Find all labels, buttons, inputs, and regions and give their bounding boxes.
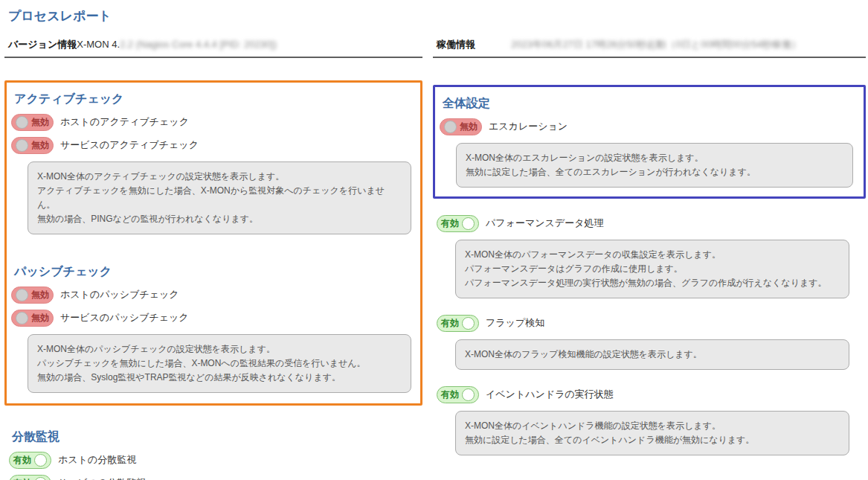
description-line: パフォーマンスデータはグラフの作成に使用します。 xyxy=(465,262,840,276)
description-line: 無効に設定した場合、全てのエスカレーションが行われなくなります。 xyxy=(466,165,843,179)
toggle-label: サービスのパッシブチェック xyxy=(60,311,189,324)
toggle-row: 有効 イベントハンドラの実行状態 xyxy=(437,385,866,403)
right-column: 稼働情報 2023年06月27日 17時26分50秒起動（0日と00時間00分5… xyxy=(433,36,866,455)
section-title-global-settings: 全体設定 xyxy=(443,96,858,112)
toggle-state-label: 有効 xyxy=(13,477,31,480)
uptime-info-label: 稼働情報 xyxy=(437,38,475,51)
description-box: X-MON全体のパッシブチェックの設定状態を表示します。 パッシブチェックを無効… xyxy=(28,334,411,393)
description-line: X-MON全体のエスカレーションの設定状態を表示します。 xyxy=(466,151,843,165)
page-title: プロセスレポート xyxy=(8,7,864,25)
toggle-state-label: 無効 xyxy=(31,312,49,324)
section-distributed-monitoring: 分散監視 有効 ホストの分散監視 有効 サービスの分散監視 X-MON全体の分散… xyxy=(4,429,422,480)
toggle-label: サービスのアクティブチェック xyxy=(60,138,199,152)
toggle-knob-icon xyxy=(16,312,28,324)
toggle-label: フラップ検知 xyxy=(486,316,544,330)
toggle-knob-icon xyxy=(462,217,475,230)
description-line: 無効の場合、PINGなどの監視が行われなくなります。 xyxy=(37,212,402,226)
toggle-row: 有効 フラップ検知 xyxy=(437,314,866,332)
toggle-flap-detection[interactable]: 有効 xyxy=(437,315,479,332)
version-info-value: X-MON 4. xyxy=(77,39,120,50)
version-info-label: バージョン情報 xyxy=(8,38,77,51)
main-columns: バージョン情報 X-MON 4. 2.2 (Nagios Core 4.4.4 … xyxy=(4,36,864,480)
toggle-escalation[interactable]: 無効 xyxy=(440,118,482,135)
section-global-settings: 全体設定 無効 エスカレーション X-MON全体のエスカレーションの設定状態を表… xyxy=(440,96,858,188)
description-box: X-MON全体のイベントハンドラ機能の設定状態を表示します。 無効に設定した場合… xyxy=(455,411,849,455)
section-title-distributed-monitoring: 分散監視 xyxy=(12,429,422,445)
toggle-label: サービスの分散監視 xyxy=(58,476,146,480)
toggle-row: 有効 ホストの分散監視 xyxy=(9,451,422,469)
toggle-knob-icon xyxy=(462,388,475,401)
toggle-state-label: 無効 xyxy=(460,121,478,133)
toggle-host-distributed-monitoring[interactable]: 有効 xyxy=(9,452,51,469)
toggle-host-active-check[interactable]: 無効 xyxy=(11,114,54,131)
section-passive-check: パッシブチェック 無効 ホストのパッシブチェック 無効 サービスのパッシブチェッ… xyxy=(11,264,414,393)
toggle-knob-icon xyxy=(16,289,28,301)
toggle-event-handler-execution[interactable]: 有効 xyxy=(437,386,479,403)
toggle-row: 無効 サービスのアクティブチェック xyxy=(11,136,414,154)
toggle-label: ホストの分散監視 xyxy=(58,453,136,467)
toggle-host-passive-check[interactable]: 無効 xyxy=(11,287,54,304)
uptime-info-row: 稼働情報 2023年06月27日 17時26分50秒起動（0日と00時間00分5… xyxy=(433,36,866,58)
left-column: バージョン情報 X-MON 4. 2.2 (Nagios Core 4.4.4 … xyxy=(4,36,422,480)
toggle-knob-icon xyxy=(444,121,457,133)
group-performance-data: 有効 パフォーマンスデータ処理 X-MON全体のパフォーマンスデータの収集設定を… xyxy=(433,214,866,298)
toggle-row: 無効 エスカレーション xyxy=(440,118,858,135)
section-title-active-check: アクティブチェック xyxy=(14,92,414,107)
description-box: X-MON全体のエスカレーションの設定状態を表示します。 無効に設定した場合、全… xyxy=(456,143,853,188)
description-line: X-MON全体のパッシブチェックの設定状態を表示します。 xyxy=(37,342,402,356)
description-line: X-MON全体のイベントハンドラ機能の設定状態を表示します。 xyxy=(465,419,840,433)
description-line: X-MON全体のパフォーマンスデータの収集設定を表示します。 xyxy=(465,248,840,262)
toggle-row: 無効 サービスのパッシブチェック xyxy=(11,309,414,327)
toggle-state-label: 無効 xyxy=(31,289,49,301)
toggle-row: 無効 ホストのアクティブチェック xyxy=(11,113,414,131)
toggle-service-active-check[interactable]: 無効 xyxy=(11,137,54,154)
toggle-state-label: 有効 xyxy=(441,388,459,401)
version-info-value-redacted: 2.2 (Nagios Core 4.4.4 [PID: 20230]) xyxy=(120,39,277,50)
toggle-row: 有効 サービスの分散監視 xyxy=(9,474,422,480)
toggle-row: 無効 ホストのパッシブチェック xyxy=(11,286,414,304)
version-info-row: バージョン情報 X-MON 4. 2.2 (Nagios Core 4.4.4 … xyxy=(4,36,422,58)
toggle-row: 有効 パフォーマンスデータ処理 xyxy=(437,214,866,232)
toggle-service-distributed-monitoring[interactable]: 有効 xyxy=(9,475,51,480)
toggle-state-label: 有効 xyxy=(13,454,31,467)
group-event-handler: 有効 イベントハンドラの実行状態 X-MON全体のイベントハンドラ機能の設定状態… xyxy=(433,385,866,455)
uptime-info-value-redacted: 2023年06月27日 17時26分50秒起動（0日と00時間00分54秒稼働） xyxy=(511,38,801,51)
description-line: 無効に設定した場合、全てのイベントハンドラ機能が無効になります。 xyxy=(465,433,840,447)
toggle-knob-icon xyxy=(16,116,28,129)
description-line: パフォーマンスデータ処理の実行状態が無効の場合、グラフの作成が行えなくなります。 xyxy=(465,276,840,290)
toggle-state-label: 無効 xyxy=(31,139,49,152)
section-title-passive-check: パッシブチェック xyxy=(14,264,414,280)
description-box: X-MON全体のアクティブチェックの設定状態を表示します。 アクティブチェックを… xyxy=(28,161,411,234)
toggle-state-label: 有効 xyxy=(441,317,459,330)
active-passive-highlight-box: アクティブチェック 無効 ホストのアクティブチェック 無効 サービスのアクティブ… xyxy=(4,80,422,406)
description-box: X-MON全体のパフォーマンスデータの収集設定を表示します。 パフォーマンスデー… xyxy=(455,240,849,298)
toggle-knob-icon xyxy=(462,317,475,330)
toggle-knob-icon xyxy=(16,139,28,152)
description-line: X-MON全体のフラップ検知機能の設定状態を表示します。 xyxy=(465,348,840,362)
toggle-label: イベントハンドラの実行状態 xyxy=(486,388,614,401)
toggle-performance-data-processing[interactable]: 有効 xyxy=(437,215,479,232)
section-active-check: アクティブチェック 無効 ホストのアクティブチェック 無効 サービスのアクティブ… xyxy=(11,92,414,234)
toggle-state-label: 有効 xyxy=(441,217,459,230)
description-box: X-MON全体のフラップ検知機能の設定状態を表示します。 xyxy=(455,339,849,370)
description-line: パッシブチェックを無効にした場合、X-MONへの監視結果の受信を行いません。 xyxy=(37,356,402,371)
toggle-knob-icon xyxy=(34,454,47,467)
toggle-knob-icon xyxy=(34,477,47,480)
toggle-label: ホストのパッシブチェック xyxy=(60,288,179,301)
toggle-state-label: 無効 xyxy=(31,116,49,129)
group-flap-detection: 有効 フラップ検知 X-MON全体のフラップ検知機能の設定状態を表示します。 xyxy=(433,314,866,370)
toggle-label: パフォーマンスデータ処理 xyxy=(486,217,603,230)
description-line: アクティブチェックを無効にした場合、X-MONから監視対象へのチェックを行いませ… xyxy=(37,184,402,212)
description-line: 無効の場合、Syslog監視やTRAP監視などの結果が反映されなくなります。 xyxy=(37,371,402,385)
toggle-label: ホストのアクティブチェック xyxy=(60,115,189,129)
toggle-label: エスカレーション xyxy=(489,120,568,133)
toggle-service-passive-check[interactable]: 無効 xyxy=(11,310,54,327)
description-line: X-MON全体のアクティブチェックの設定状態を表示します。 xyxy=(37,170,402,184)
global-settings-highlight-box: 全体設定 無効 エスカレーション X-MON全体のエスカレーションの設定状態を表… xyxy=(433,85,866,199)
